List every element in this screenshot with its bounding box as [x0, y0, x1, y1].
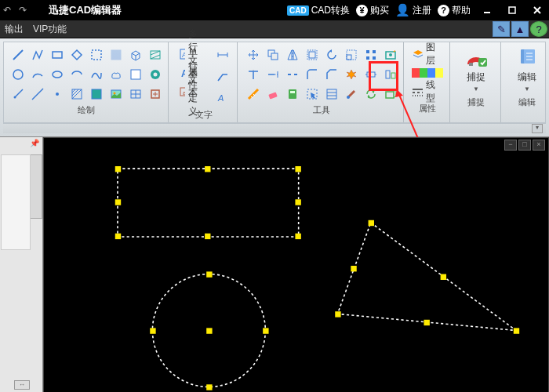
side-palette[interactable]: [1, 154, 31, 250]
svg-rect-70: [391, 73, 395, 78]
side-tab[interactable]: [30, 154, 42, 219]
calc-tool[interactable]: [283, 85, 302, 103]
info-icon[interactable]: ?: [530, 21, 547, 37]
image-tool[interactable]: [107, 85, 125, 103]
side-panel: 📌 ↔: [0, 137, 43, 392]
mirror-tool[interactable]: [283, 45, 302, 64]
box-3d-tool[interactable]: [126, 45, 145, 64]
canvas-max-icon[interactable]: □: [518, 140, 531, 151]
side-collapse-icon[interactable]: ↔: [14, 380, 30, 390]
line-tool[interactable]: [9, 45, 27, 64]
dimension-tool[interactable]: [213, 45, 232, 64]
svg-rect-106: [205, 234, 210, 239]
circle-tool[interactable]: [9, 65, 27, 84]
attr-def-button[interactable]: a属性定义: [176, 83, 208, 100]
scale-tool[interactable]: [342, 45, 361, 64]
drawing-canvas[interactable]: [47, 152, 545, 392]
table-tool[interactable]: [126, 85, 145, 103]
svg-rect-85: [420, 68, 427, 78]
extend-tool[interactable]: [264, 65, 282, 84]
copy-tool[interactable]: [264, 45, 282, 64]
canvas-close-icon[interactable]: ×: [533, 140, 545, 151]
svg-rect-118: [514, 328, 519, 333]
boundary-tool[interactable]: [87, 45, 106, 64]
svg-rect-74: [289, 89, 296, 99]
polygon-tool[interactable]: [67, 45, 86, 64]
leader-tool[interactable]: [213, 67, 232, 85]
selection-tool[interactable]: [303, 85, 322, 103]
svg-rect-86: [427, 68, 435, 78]
xline-tool[interactable]: [28, 85, 47, 103]
point-tool[interactable]: [48, 85, 67, 103]
explode-tool[interactable]: [342, 65, 361, 84]
text-style-tool[interactable]: A: [213, 88, 232, 107]
rectangle-tool[interactable]: [48, 45, 67, 64]
yen-icon: ¥: [356, 5, 368, 16]
refresh-tool[interactable]: [362, 85, 380, 103]
move-tool[interactable]: [244, 45, 263, 64]
align-tool[interactable]: [381, 65, 400, 84]
svg-rect-9: [151, 51, 160, 59]
linetype-button[interactable]: 线型: [410, 83, 445, 100]
erase-tool[interactable]: [264, 85, 282, 103]
snap-button[interactable]: 捕捉 ▼: [456, 45, 496, 94]
buy-button[interactable]: ¥购买: [356, 4, 389, 17]
svg-rect-122: [351, 266, 356, 271]
donut-tool[interactable]: [146, 65, 165, 84]
layer-button[interactable]: 图层: [410, 45, 445, 63]
ribbon-expand-icon[interactable]: ▾: [532, 124, 543, 133]
register-button[interactable]: 👤注册: [395, 3, 431, 17]
trim-tool[interactable]: [244, 65, 263, 84]
redo-icon[interactable]: ↷: [19, 5, 27, 16]
hatch-body-tool[interactable]: [146, 45, 165, 64]
group-snap-label: 捕捉: [456, 94, 496, 108]
ellipse-arc-tool[interactable]: [67, 65, 86, 84]
group-draw-label: 绘制: [9, 102, 163, 116]
polyline-tool[interactable]: [28, 45, 47, 64]
ray-tool[interactable]: [9, 85, 27, 103]
cad-convert-button[interactable]: CADCAD转换: [287, 4, 350, 17]
stretch-tool[interactable]: [362, 65, 380, 84]
svg-point-16: [154, 73, 158, 77]
properties-tool[interactable]: [322, 85, 341, 103]
help-button[interactable]: ?帮助: [438, 4, 471, 17]
close-button[interactable]: [529, 3, 546, 17]
make-block-tool[interactable]: [381, 45, 400, 64]
svg-rect-8: [111, 50, 121, 60]
fillet-tool[interactable]: [303, 65, 322, 84]
maximize-button[interactable]: [504, 3, 521, 17]
ellipse-tool[interactable]: [48, 65, 67, 84]
array-tool[interactable]: [362, 45, 380, 64]
measure-tool[interactable]: [244, 85, 263, 103]
canvas-min-icon[interactable]: −: [504, 140, 517, 151]
undo-icon[interactable]: ↶: [3, 5, 11, 16]
svg-rect-84: [412, 68, 420, 78]
minimize-button[interactable]: [478, 3, 496, 17]
break-tool[interactable]: [283, 65, 302, 84]
cloud-tool[interactable]: [107, 65, 125, 84]
insert-tool[interactable]: [146, 85, 165, 103]
block-ref-tool[interactable]: [381, 85, 400, 103]
svg-rect-117: [369, 220, 374, 226]
svg-rect-52: [366, 50, 369, 53]
style-icon[interactable]: ▲: [511, 21, 529, 37]
menu-vip[interactable]: VIP功能: [33, 23, 67, 36]
offset-tool[interactable]: [303, 45, 322, 64]
group-tools-label: 工具: [244, 102, 398, 116]
rotate-tool[interactable]: [322, 45, 341, 64]
signature-icon[interactable]: ✎: [493, 21, 510, 37]
ribbon: 绘制 A多行文本 A单行文本 a属性定义 A 文字: [0, 38, 549, 137]
pin-icon[interactable]: 📌: [30, 139, 39, 147]
arc-tool[interactable]: [28, 65, 47, 84]
edit-button[interactable]: 编辑 ▼: [507, 45, 547, 94]
spline-tool[interactable]: [87, 65, 106, 84]
chamfer-tool[interactable]: [322, 65, 341, 84]
menu-output[interactable]: 输出: [5, 23, 24, 36]
hatch-tool[interactable]: [67, 85, 86, 103]
wipeout-tool[interactable]: [126, 65, 145, 84]
match-prop-tool[interactable]: [342, 85, 361, 103]
solid-fill-tool[interactable]: [87, 85, 106, 103]
svg-rect-111: [206, 328, 212, 333]
region-tool[interactable]: [107, 45, 125, 64]
svg-rect-50: [347, 55, 351, 60]
